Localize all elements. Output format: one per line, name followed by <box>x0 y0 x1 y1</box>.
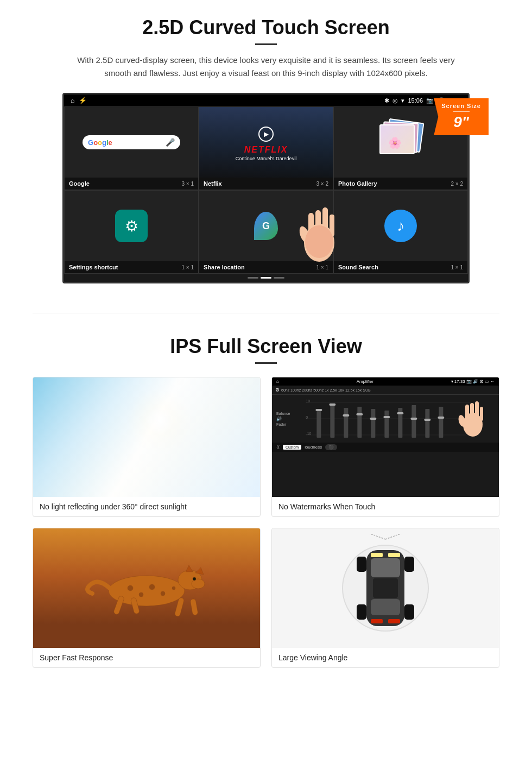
loudness-toggle[interactable]: ⚫ <box>325 444 337 450</box>
play-button[interactable]: ▶ <box>258 127 274 142</box>
status-bar: ⌂ ⚡ ✱ ◎ ▾ 15:06 📷 🔊 ⊠ ▭ <box>64 94 468 106</box>
camera-icon: 📷 <box>426 97 434 104</box>
feature-fast-card: Super Fast Response <box>33 528 261 668</box>
svg-rect-21 <box>371 409 376 438</box>
badge-size: 9" <box>441 113 481 131</box>
svg-rect-15 <box>331 405 335 438</box>
svg-rect-36 <box>465 405 469 421</box>
amp-home-icon: ⌂ <box>276 379 279 384</box>
netflix-thumb: ▶ NETFLIX Continue Marvel's Daredevil <box>199 107 333 178</box>
section-ips: IPS Full Screen View No light reflecting… <box>0 330 532 684</box>
svg-marker-42 <box>186 565 193 572</box>
feature-viewing-card: Large Viewing Angle <box>271 528 499 668</box>
sound-search-label: Sound Search <box>338 264 378 270</box>
share-location-cell[interactable]: G <box>199 190 333 274</box>
section-divider <box>33 313 499 313</box>
section2-divider <box>255 362 277 364</box>
svg-rect-3 <box>308 213 314 237</box>
car-top-view-svg <box>350 534 421 642</box>
svg-text:-10: -10 <box>306 432 312 436</box>
settings-size: 1 × 1 <box>181 264 194 270</box>
amp-prev-icon: ⟨⟨ <box>276 445 280 450</box>
amp-balance-fader: Balance 🔊 Fader <box>276 412 290 426</box>
settings-label: Settings shortcut <box>69 264 118 270</box>
svg-rect-16 <box>330 403 336 406</box>
dot-1 <box>248 277 258 279</box>
amp-vol-icon: 🔊 <box>276 417 290 421</box>
amp-eq-icon: ⚙ <box>275 387 280 393</box>
svg-rect-27 <box>412 405 416 438</box>
google-app-cell[interactable]: Google 🎤 Google 3 × 1 <box>64 106 199 190</box>
amp-title-text: Amplifier <box>357 379 373 384</box>
settings-label-row: Settings shortcut 1 × 1 <box>65 261 198 273</box>
dot-2-active <box>261 277 271 279</box>
cheetah-image <box>33 528 260 648</box>
svg-rect-55 <box>371 558 400 577</box>
section1-title: 2.5D Curved Touch Screen <box>33 16 499 39</box>
photo-label: Photo Gallery <box>338 180 377 187</box>
svg-rect-65 <box>388 619 400 623</box>
amp-balance-label: Balance <box>276 412 290 415</box>
svg-rect-1 <box>315 210 321 237</box>
svg-rect-22 <box>370 418 377 420</box>
svg-rect-19 <box>358 407 362 438</box>
app-grid-row2: ⚙ Settings shortcut 1 × 1 G <box>64 190 468 274</box>
netflix-size: 3 × 2 <box>316 181 328 187</box>
feature-sunlight-card: No light reflecting under 360° direct su… <box>33 377 261 517</box>
sound-search-inner: ♪ <box>334 191 467 261</box>
section-touch: 2.5D Curved Touch Screen With 2.5D curve… <box>0 0 532 297</box>
svg-rect-13 <box>317 411 321 438</box>
sunlight-overlay <box>33 377 260 497</box>
svg-rect-17 <box>344 408 349 438</box>
svg-point-46 <box>161 591 165 596</box>
feature-watermark-card: ⌂ Amplifier ▾ 17:33 📷 🔊 ⊠ ▭ ← ⚙ 60hz 100… <box>271 377 499 517</box>
svg-rect-20 <box>357 413 363 415</box>
touch-hand-overlay <box>457 395 489 440</box>
maps-icon-group: G <box>254 212 278 240</box>
photo-stack: 🌸 <box>376 118 425 167</box>
photo-card-3: 🌸 <box>379 124 415 154</box>
svg-rect-29 <box>426 409 430 438</box>
settings-cell-inner: ⚙ <box>65 191 198 261</box>
device-screen: ⌂ ⚡ ✱ ◎ ▾ 15:06 📷 🔊 ⊠ ▭ <box>62 93 470 283</box>
netflix-subtitle: Continue Marvel's Daredevil <box>236 156 296 161</box>
svg-rect-58 <box>357 557 366 572</box>
svg-rect-62 <box>371 553 383 557</box>
home-icon[interactable]: ⌂ <box>71 97 74 104</box>
google-logo: Google <box>88 138 112 147</box>
screen-size-badge: Screen Size 9" <box>434 98 489 135</box>
svg-point-0 <box>304 224 334 262</box>
car-image <box>272 528 499 648</box>
eq-bars-container: 10 0 -10 <box>291 397 495 440</box>
svg-point-5 <box>297 225 312 244</box>
netflix-app-cell[interactable]: ▶ NETFLIX Continue Marvel's Daredevil Ne… <box>199 106 333 190</box>
cheetah-svg <box>65 556 228 621</box>
sound-search-label-row: Sound Search 1 × 1 <box>334 261 467 273</box>
car-circle <box>342 545 429 632</box>
viewing-angle-label: Large Viewing Angle <box>272 648 499 667</box>
app-grid-row1: Google 🎤 Google 3 × 1 <box>64 106 468 190</box>
maps-g-letter: G <box>262 220 270 232</box>
google-search-bar[interactable]: Google 🎤 <box>83 135 180 149</box>
custom-button[interactable]: Custom <box>283 445 301 450</box>
netflix-overlay: ▶ NETFLIX Continue Marvel's Daredevil <box>236 123 296 161</box>
loudness-label: loudness <box>305 445 322 450</box>
svg-rect-59 <box>404 557 414 572</box>
amp-fader-label: Fader <box>276 422 290 426</box>
netflix-cell-inner: ▶ NETFLIX Continue Marvel's Daredevil <box>199 107 333 178</box>
sound-search-cell[interactable]: ♪ Sound Search 1 × 1 <box>333 190 468 274</box>
bluetooth-icon: ✱ <box>384 97 389 104</box>
svg-rect-56 <box>371 599 400 615</box>
google-label-row: Google 3 × 1 <box>65 178 198 190</box>
amp-status-bar: ⌂ Amplifier ▾ 17:33 📷 🔊 ⊠ ▭ ← <box>272 377 499 386</box>
google-size: 3 × 1 <box>181 181 194 187</box>
flower-icon: 🌸 <box>388 136 402 149</box>
svg-rect-61 <box>404 604 414 620</box>
share-location-size: 1 × 1 <box>316 264 328 270</box>
settings-cell[interactable]: ⚙ Settings shortcut 1 × 1 <box>64 190 199 274</box>
svg-rect-63 <box>388 553 400 557</box>
svg-point-6 <box>305 225 333 258</box>
google-cell-inner: Google 🎤 <box>65 107 198 178</box>
music-note-icon: ♪ <box>397 217 404 235</box>
google-mic-icon: 🎤 <box>166 138 175 147</box>
